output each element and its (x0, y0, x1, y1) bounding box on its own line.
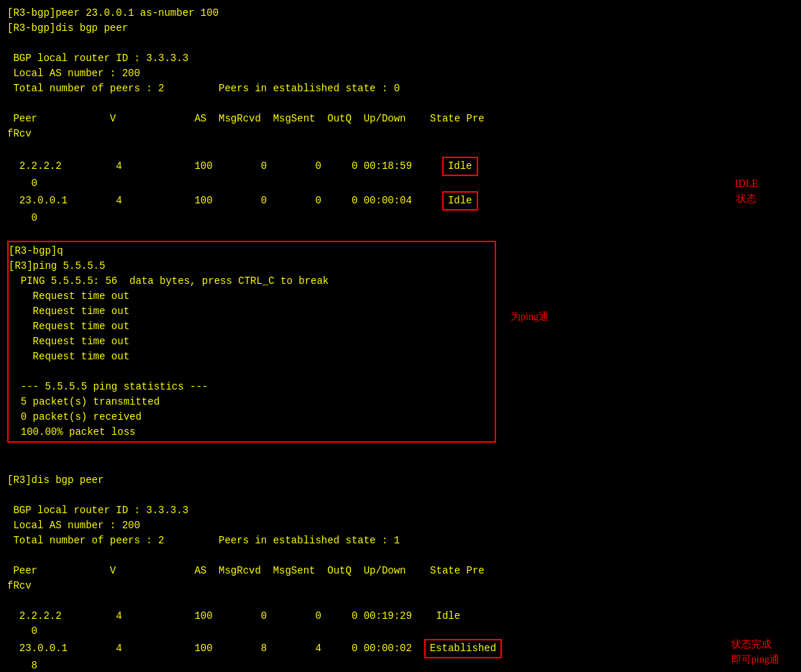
ping-line-6: Request time out (9, 319, 495, 334)
ping-line-3: PING 5.5.5.5: 56 data bytes, press CTRL_… (9, 274, 495, 289)
ping-line-5: Request time out (9, 304, 495, 319)
idle-annotation: IDLE状态 (735, 176, 758, 206)
line-10 (7, 142, 794, 157)
ping-line-4: Request time out (9, 289, 495, 304)
line-25b: 8 (7, 658, 794, 672)
line-2: [R3-bgp]dis bgp peer (7, 21, 794, 36)
line-12b: 0 (7, 211, 794, 226)
ping-line-1: [R3-bgp]q (9, 244, 495, 259)
line-16 (7, 488, 794, 503)
line-23 (7, 594, 794, 609)
line-19: Total number of peers : 2 Peers in estab… (7, 533, 794, 548)
line-9: fRcv (7, 126, 794, 142)
idle-badge-2: Idle (442, 191, 478, 211)
line-21: Peer V AS MsgRcvd MsgSent OutQ Up/Down S… (7, 563, 794, 579)
line-22: fRcv (7, 579, 794, 594)
line-5: Local AS number : 200 (7, 66, 794, 81)
ping-annotation: 为ping通 (511, 309, 549, 324)
ping-section: [R3-bgp]q [R3]ping 5.5.5.5 PING 5.5.5.5:… (7, 241, 496, 443)
line-11: 2.2.2.2 4 100 0 0 0 00:18:59 Idle (7, 157, 794, 176)
ping-line-11: 5 packet(s) transmitted (9, 395, 495, 410)
ping-line-8: Request time out (9, 349, 495, 364)
ping-line-2: [R3]ping 5.5.5.5 (9, 259, 495, 274)
idle-badge-1: Idle (442, 157, 478, 176)
ping-line-9 (9, 364, 495, 379)
line-3 (7, 36, 794, 51)
line-8: Peer V AS MsgRcvd MsgSent OutQ Up/Down S… (7, 111, 794, 126)
line-17: BGP local router ID : 3.3.3.3 (7, 503, 794, 518)
line-18: Local AS number : 200 (7, 518, 794, 533)
line-15: [R3]dis bgp peer (7, 473, 794, 488)
line-14 (7, 458, 794, 473)
line-25: 23.0.0.1 4 100 8 4 0 00:00:02 Establishe… (7, 639, 794, 658)
line-20 (7, 548, 794, 563)
line-12: 23.0.0.1 4 100 0 0 0 00:00:04 Idle (7, 191, 794, 211)
line-11b: 0 (7, 176, 794, 191)
line-1: [R3-bgp]peer 23.0.0.1 as-number 100 (7, 6, 794, 21)
ping-line-12: 0 packet(s) received (9, 410, 495, 425)
established-badge: Established (424, 639, 502, 658)
ping-line-10: --- 5.5.5.5 ping statistics --- (9, 379, 495, 395)
line-4: BGP local router ID : 3.3.3.3 (7, 51, 794, 66)
terminal-window: [R3-bgp]peer 23.0.0.1 as-number 100 [R3-… (0, 0, 801, 672)
line-24b: 0 (7, 624, 794, 639)
line-13 (7, 226, 794, 241)
line-24: 2.2.2.2 4 100 0 0 0 00:19:29 Idle (7, 609, 794, 624)
established-annotation: 状态完成即可ping通 (731, 637, 779, 667)
line-blank-after-ping (7, 443, 794, 458)
ping-line-13: 100.00% packet loss (9, 425, 495, 440)
line-6: Total number of peers : 2 Peers in estab… (7, 81, 794, 96)
ping-line-7: Request time out (9, 334, 495, 349)
line-7 (7, 96, 794, 111)
